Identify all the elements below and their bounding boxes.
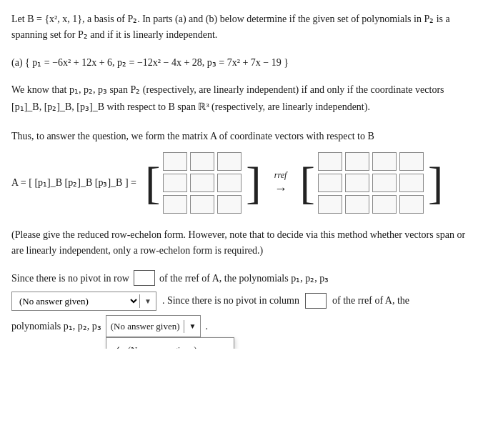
dropdown1-select[interactable]: (No answer given) span P_2 do not span P… — [12, 292, 139, 310]
left-matrix-grid[interactable] — [163, 151, 243, 214]
matrix-cell-3-1[interactable] — [163, 195, 187, 214]
rref-cell-2-3[interactable] — [372, 174, 397, 192]
matrix-cell-2-3[interactable] — [217, 174, 242, 192]
checkmark-icon: ✓ — [114, 342, 124, 349]
part-a-label: (a) — [11, 57, 23, 68]
rref-cell-2-4[interactable] — [399, 174, 424, 192]
matrix-line-text: Thus, to answer the question, we form th… — [11, 129, 467, 144]
matrix-cell-1-3[interactable] — [217, 152, 242, 171]
dropdown2-arrow-icon: ▼ — [184, 320, 196, 333]
rref-cell-3-2[interactable] — [345, 195, 369, 214]
left-bracket-open: [ — [145, 151, 160, 214]
part-a: (a) { p₁ = −6x² + 12x + 6, p₂ = −12x² − … — [11, 54, 467, 71]
pivot-row-input[interactable] — [134, 270, 155, 286]
matrix-cell-1-2[interactable] — [190, 152, 214, 171]
dropdown2-trigger[interactable]: (No answer given) ▼ — [106, 315, 201, 337]
rref-label: rref — [274, 170, 287, 181]
rref-cell-3-3[interactable] — [372, 195, 397, 214]
rref-cell-1-3[interactable] — [372, 152, 397, 171]
dropdown2-option-no-answer[interactable]: ✓ (No answer given) — [106, 338, 234, 349]
dropdown1-row: (No answer given) span P_2 do not span P… — [11, 292, 467, 311]
rref-cell-3-4[interactable] — [399, 195, 424, 214]
right-arrow-icon: → — [274, 182, 287, 195]
dropdown2-container[interactable]: (No answer given) ▼ ✓ (No answer given) … — [106, 315, 201, 337]
since-suffix: of the rref of A, the polynomials p₁, p₂… — [159, 269, 329, 287]
dropdown1-wrapper[interactable]: (No answer given) span P_2 do not span P… — [11, 292, 156, 311]
right-bracket-open: [ — [300, 151, 315, 214]
rref-cell-2-2[interactable] — [345, 174, 369, 192]
explain-text: We know that p₁, p₂, p₃ span P₂ (respect… — [11, 81, 467, 116]
dropdown2-selected-label: (No answer given) — [111, 318, 180, 334]
matrix-cell-2-1[interactable] — [163, 174, 187, 192]
rref-cell-3-1[interactable] — [318, 195, 342, 214]
part-a-polys: { p₁ = −6x² + 12x + 6, p₂ = −12x² − 4x +… — [25, 57, 289, 68]
intro-text: Let B = {x², x, 1}, a basis of P₂. In pa… — [11, 11, 467, 44]
right-matrix-grid[interactable] — [318, 151, 425, 214]
left-bracket-close: ] — [246, 151, 261, 214]
right-matrix: [ ] — [300, 151, 444, 214]
poly-end-row: polynomials p₁, p₂, p₃ (No answer given)… — [11, 315, 467, 337]
option-label: (No answer given) — [128, 342, 197, 349]
main-content: Let B = {x², x, 1}, a basis of P₂. In pa… — [11, 11, 467, 337]
dropdown1-arrow-icon: ▼ — [139, 294, 156, 308]
period: . — [205, 317, 208, 335]
matrix-cell-1-1[interactable] — [163, 152, 187, 171]
rref-cell-1-2[interactable] — [345, 152, 369, 171]
matrix-equation-row: A = [ [p₁]_B [p₂]_B [p₃]_B ] = [ ] rref … — [11, 151, 467, 214]
matrix-cell-3-3[interactable] — [217, 195, 242, 214]
since-pivot-row: Since there is no pivot in row of the rr… — [11, 269, 467, 287]
matrix-label-text: A = [ [p₁]_B [p₂]_B [p₃]_B ] = — [11, 176, 136, 189]
since-no-pivot-col-prefix: . Since there is no pivot in column — [162, 295, 299, 307]
rref-cell-2-1[interactable] — [318, 174, 342, 192]
right-bracket-close: ] — [428, 151, 443, 214]
matrix-cell-2-2[interactable] — [190, 174, 214, 192]
note-text: (Please give the reduced row-echelon for… — [11, 227, 467, 259]
since-no-pivot-col-suffix: of the rref of A, the — [332, 295, 409, 307]
dropdown2-menu[interactable]: ✓ (No answer given) span P_2 do not span… — [106, 337, 234, 349]
matrix-cell-3-2[interactable] — [190, 195, 214, 214]
pivot-col-input[interactable] — [305, 293, 327, 309]
left-matrix: [ ] — [145, 151, 262, 214]
poly-end-label: polynomials p₁, p₂, p₃ — [11, 317, 101, 335]
rref-arrow: rref → — [274, 170, 287, 195]
since-prefix: Since there is no pivot in row — [11, 269, 129, 287]
rref-cell-1-1[interactable] — [318, 152, 342, 171]
rref-cell-1-4[interactable] — [399, 152, 424, 171]
